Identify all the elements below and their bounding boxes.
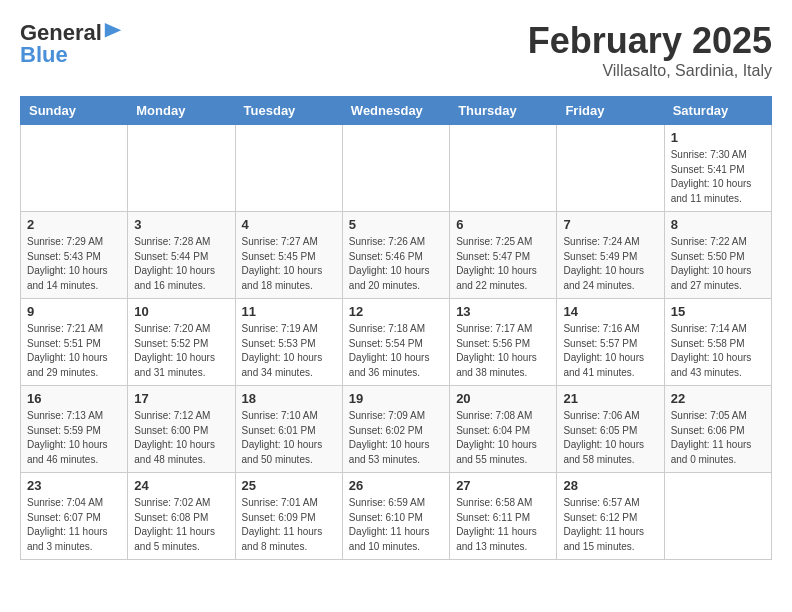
day-number: 16 <box>27 391 121 406</box>
header-wednesday: Wednesday <box>342 97 449 125</box>
day-info: Sunrise: 7:16 AMSunset: 5:57 PMDaylight:… <box>563 322 657 380</box>
day-number: 25 <box>242 478 336 493</box>
table-row: 2Sunrise: 7:29 AMSunset: 5:43 PMDaylight… <box>21 212 128 299</box>
table-row <box>128 125 235 212</box>
day-number: 4 <box>242 217 336 232</box>
day-number: 5 <box>349 217 443 232</box>
table-row <box>557 125 664 212</box>
day-number: 13 <box>456 304 550 319</box>
table-row <box>664 473 771 560</box>
table-row: 14Sunrise: 7:16 AMSunset: 5:57 PMDayligh… <box>557 299 664 386</box>
table-row: 23Sunrise: 7:04 AMSunset: 6:07 PMDayligh… <box>21 473 128 560</box>
day-number: 19 <box>349 391 443 406</box>
day-info: Sunrise: 6:58 AMSunset: 6:11 PMDaylight:… <box>456 496 550 554</box>
day-number: 27 <box>456 478 550 493</box>
day-number: 11 <box>242 304 336 319</box>
calendar-header-row: Sunday Monday Tuesday Wednesday Thursday… <box>21 97 772 125</box>
day-number: 6 <box>456 217 550 232</box>
table-row: 11Sunrise: 7:19 AMSunset: 5:53 PMDayligh… <box>235 299 342 386</box>
day-info: Sunrise: 7:18 AMSunset: 5:54 PMDaylight:… <box>349 322 443 380</box>
day-number: 20 <box>456 391 550 406</box>
page-header: General Blue February 2025 Villasalto, S… <box>20 20 772 80</box>
header-saturday: Saturday <box>664 97 771 125</box>
table-row: 26Sunrise: 6:59 AMSunset: 6:10 PMDayligh… <box>342 473 449 560</box>
table-row: 12Sunrise: 7:18 AMSunset: 5:54 PMDayligh… <box>342 299 449 386</box>
day-number: 23 <box>27 478 121 493</box>
table-row: 28Sunrise: 6:57 AMSunset: 6:12 PMDayligh… <box>557 473 664 560</box>
table-row <box>450 125 557 212</box>
calendar-week-row: 16Sunrise: 7:13 AMSunset: 5:59 PMDayligh… <box>21 386 772 473</box>
logo-flag-icon <box>104 23 122 43</box>
day-info: Sunrise: 7:28 AMSunset: 5:44 PMDaylight:… <box>134 235 228 293</box>
day-info: Sunrise: 7:06 AMSunset: 6:05 PMDaylight:… <box>563 409 657 467</box>
day-number: 24 <box>134 478 228 493</box>
table-row: 1Sunrise: 7:30 AMSunset: 5:41 PMDaylight… <box>664 125 771 212</box>
table-row: 27Sunrise: 6:58 AMSunset: 6:11 PMDayligh… <box>450 473 557 560</box>
day-number: 9 <box>27 304 121 319</box>
table-row: 10Sunrise: 7:20 AMSunset: 5:52 PMDayligh… <box>128 299 235 386</box>
calendar-table: Sunday Monday Tuesday Wednesday Thursday… <box>20 96 772 560</box>
day-info: Sunrise: 7:22 AMSunset: 5:50 PMDaylight:… <box>671 235 765 293</box>
day-number: 14 <box>563 304 657 319</box>
day-number: 21 <box>563 391 657 406</box>
table-row <box>21 125 128 212</box>
table-row: 7Sunrise: 7:24 AMSunset: 5:49 PMDaylight… <box>557 212 664 299</box>
day-info: Sunrise: 7:20 AMSunset: 5:52 PMDaylight:… <box>134 322 228 380</box>
header-monday: Monday <box>128 97 235 125</box>
day-number: 10 <box>134 304 228 319</box>
day-info: Sunrise: 6:59 AMSunset: 6:10 PMDaylight:… <box>349 496 443 554</box>
day-number: 7 <box>563 217 657 232</box>
table-row: 15Sunrise: 7:14 AMSunset: 5:58 PMDayligh… <box>664 299 771 386</box>
table-row: 25Sunrise: 7:01 AMSunset: 6:09 PMDayligh… <box>235 473 342 560</box>
day-info: Sunrise: 7:30 AMSunset: 5:41 PMDaylight:… <box>671 148 765 206</box>
svg-marker-0 <box>105 23 121 38</box>
title-block: February 2025 Villasalto, Sardinia, Ital… <box>528 20 772 80</box>
header-friday: Friday <box>557 97 664 125</box>
day-info: Sunrise: 7:17 AMSunset: 5:56 PMDaylight:… <box>456 322 550 380</box>
header-sunday: Sunday <box>21 97 128 125</box>
table-row <box>342 125 449 212</box>
day-number: 26 <box>349 478 443 493</box>
day-info: Sunrise: 6:57 AMSunset: 6:12 PMDaylight:… <box>563 496 657 554</box>
day-info: Sunrise: 7:26 AMSunset: 5:46 PMDaylight:… <box>349 235 443 293</box>
day-info: Sunrise: 7:24 AMSunset: 5:49 PMDaylight:… <box>563 235 657 293</box>
day-info: Sunrise: 7:10 AMSunset: 6:01 PMDaylight:… <box>242 409 336 467</box>
table-row: 20Sunrise: 7:08 AMSunset: 6:04 PMDayligh… <box>450 386 557 473</box>
calendar-week-row: 2Sunrise: 7:29 AMSunset: 5:43 PMDaylight… <box>21 212 772 299</box>
day-info: Sunrise: 7:25 AMSunset: 5:47 PMDaylight:… <box>456 235 550 293</box>
table-row: 5Sunrise: 7:26 AMSunset: 5:46 PMDaylight… <box>342 212 449 299</box>
day-info: Sunrise: 7:08 AMSunset: 6:04 PMDaylight:… <box>456 409 550 467</box>
calendar-week-row: 9Sunrise: 7:21 AMSunset: 5:51 PMDaylight… <box>21 299 772 386</box>
day-number: 12 <box>349 304 443 319</box>
calendar-week-row: 1Sunrise: 7:30 AMSunset: 5:41 PMDaylight… <box>21 125 772 212</box>
table-row: 16Sunrise: 7:13 AMSunset: 5:59 PMDayligh… <box>21 386 128 473</box>
table-row: 8Sunrise: 7:22 AMSunset: 5:50 PMDaylight… <box>664 212 771 299</box>
table-row: 17Sunrise: 7:12 AMSunset: 6:00 PMDayligh… <box>128 386 235 473</box>
logo: General Blue <box>20 20 122 68</box>
table-row: 18Sunrise: 7:10 AMSunset: 6:01 PMDayligh… <box>235 386 342 473</box>
day-info: Sunrise: 7:04 AMSunset: 6:07 PMDaylight:… <box>27 496 121 554</box>
table-row: 19Sunrise: 7:09 AMSunset: 6:02 PMDayligh… <box>342 386 449 473</box>
day-info: Sunrise: 7:13 AMSunset: 5:59 PMDaylight:… <box>27 409 121 467</box>
day-number: 2 <box>27 217 121 232</box>
day-number: 18 <box>242 391 336 406</box>
day-info: Sunrise: 7:12 AMSunset: 6:00 PMDaylight:… <box>134 409 228 467</box>
day-info: Sunrise: 7:27 AMSunset: 5:45 PMDaylight:… <box>242 235 336 293</box>
day-number: 22 <box>671 391 765 406</box>
table-row <box>235 125 342 212</box>
location-subtitle: Villasalto, Sardinia, Italy <box>528 62 772 80</box>
day-info: Sunrise: 7:29 AMSunset: 5:43 PMDaylight:… <box>27 235 121 293</box>
day-number: 8 <box>671 217 765 232</box>
table-row: 9Sunrise: 7:21 AMSunset: 5:51 PMDaylight… <box>21 299 128 386</box>
table-row: 22Sunrise: 7:05 AMSunset: 6:06 PMDayligh… <box>664 386 771 473</box>
day-number: 1 <box>671 130 765 145</box>
table-row: 24Sunrise: 7:02 AMSunset: 6:08 PMDayligh… <box>128 473 235 560</box>
day-info: Sunrise: 7:19 AMSunset: 5:53 PMDaylight:… <box>242 322 336 380</box>
day-info: Sunrise: 7:21 AMSunset: 5:51 PMDaylight:… <box>27 322 121 380</box>
table-row: 4Sunrise: 7:27 AMSunset: 5:45 PMDaylight… <box>235 212 342 299</box>
day-info: Sunrise: 7:01 AMSunset: 6:09 PMDaylight:… <box>242 496 336 554</box>
table-row: 3Sunrise: 7:28 AMSunset: 5:44 PMDaylight… <box>128 212 235 299</box>
month-year-title: February 2025 <box>528 20 772 62</box>
day-info: Sunrise: 7:05 AMSunset: 6:06 PMDaylight:… <box>671 409 765 467</box>
calendar-week-row: 23Sunrise: 7:04 AMSunset: 6:07 PMDayligh… <box>21 473 772 560</box>
